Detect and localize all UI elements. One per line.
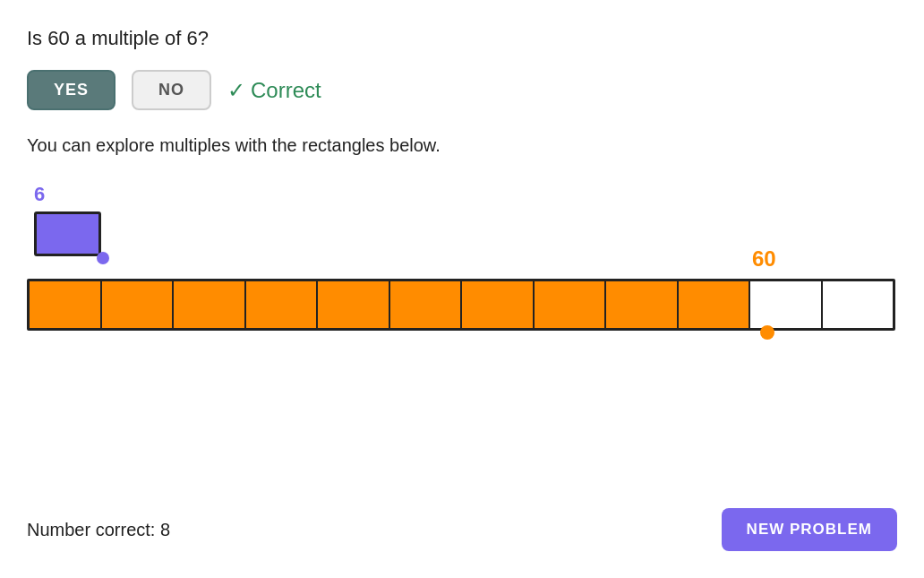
small-rect-label: 6 xyxy=(34,183,897,206)
checkmark-icon: ✓ xyxy=(227,78,245,103)
yes-button[interactable]: YES xyxy=(27,70,116,110)
feedback-label: ✓ Correct xyxy=(227,78,321,103)
bar-cell-3 xyxy=(174,281,246,328)
bar-value-label: 60 xyxy=(752,246,776,272)
bar-container xyxy=(27,279,895,331)
small-rect-container[interactable] xyxy=(34,211,106,261)
bar-cell-12 xyxy=(823,281,894,328)
bar-cell-6 xyxy=(390,281,463,328)
no-button[interactable]: NO xyxy=(132,70,211,110)
bar-cell-9 xyxy=(606,281,679,328)
bar-drag-dot[interactable] xyxy=(760,325,774,340)
bar-cell-7 xyxy=(462,281,535,328)
bar-cell-11 xyxy=(750,281,823,328)
explore-text: You can explore multiples with the recta… xyxy=(27,135,897,156)
new-problem-button[interactable]: NEW PROBLEM xyxy=(722,508,897,551)
bar-cell-5 xyxy=(318,281,390,328)
bar-cell-10 xyxy=(679,281,751,328)
bar-cell-8 xyxy=(535,281,607,328)
bar-cell-2 xyxy=(102,281,175,328)
main-page: Is 60 a multiple of 6? YES NO ✓ Correct … xyxy=(0,0,924,578)
small-rectangle[interactable] xyxy=(34,211,101,256)
bar-cell-4 xyxy=(246,281,319,328)
small-rect-dot[interactable] xyxy=(97,252,109,264)
bar-cell-1 xyxy=(30,281,102,328)
manipulative-area: 6 60 xyxy=(27,183,897,331)
number-correct-prefix: Number correct: xyxy=(27,520,160,539)
bar-section: 60 xyxy=(27,279,897,331)
answer-row: YES NO ✓ Correct xyxy=(27,70,897,110)
correct-text: Correct xyxy=(251,78,321,103)
number-correct-value: 8 xyxy=(160,520,170,539)
question-text: Is 60 a multiple of 6? xyxy=(27,27,897,50)
number-correct-display: Number correct: 8 xyxy=(27,520,170,540)
footer: Number correct: 8 NEW PROBLEM xyxy=(27,508,897,551)
